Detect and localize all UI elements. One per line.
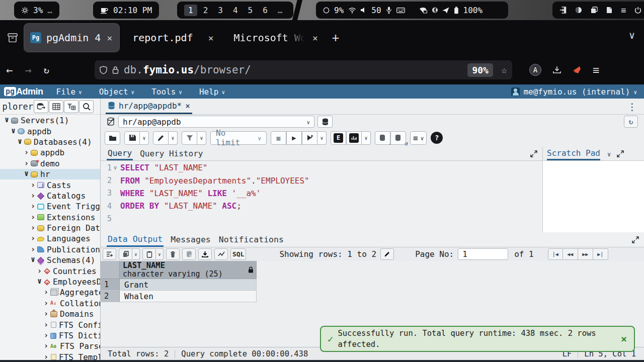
tab-scratch-pad[interactable]: Scratch Pad — [547, 147, 600, 160]
expand-icon[interactable]: › — [29, 182, 37, 189]
search-icon[interactable] — [79, 100, 94, 113]
grid-row[interactable]: 2 Whalen — [101, 291, 257, 302]
sql-editor[interactable]: 1 ∨ SELECT "LAST_NAME" 2 FROM "Employees… — [101, 161, 542, 232]
tab-query-history[interactable]: Query History — [139, 147, 204, 160]
tree-item-db-demo[interactable]: ›demo — [0, 158, 101, 169]
tree-item-domains[interactable]: ›Domains — [0, 309, 101, 319]
add-server-button[interactable] — [34, 100, 48, 113]
explain-analyze-button[interactable] — [346, 131, 362, 145]
scratch-pad-editor[interactable] — [543, 161, 644, 232]
page-number-input[interactable] — [458, 248, 508, 260]
expand-icon[interactable]: › — [42, 289, 50, 296]
menu-file[interactable]: File∨ — [56, 87, 82, 97]
pgadmin-logo[interactable]: pg Admin — [4, 86, 43, 97]
tab-data-output[interactable]: Data Output — [107, 232, 164, 247]
edit-range-button[interactable] — [380, 248, 394, 260]
collapse-icon[interactable]: ∨ — [23, 170, 30, 177]
row-number-cell[interactable]: 2 — [101, 291, 120, 302]
expand-icon[interactable]: › — [29, 235, 37, 242]
expand-icon[interactable]: › — [36, 267, 43, 275]
copy-options-caret[interactable]: ∨ — [132, 248, 140, 260]
tab-notifications[interactable]: Notifications — [218, 232, 285, 247]
row-number-cell[interactable]: 1 — [101, 279, 120, 291]
open-file-button[interactable] — [105, 131, 120, 145]
expand-panel-icon[interactable] — [617, 150, 624, 157]
back-button[interactable]: ← — [0, 64, 19, 76]
workspace-2[interactable]: 2 — [199, 5, 212, 16]
menu-tools[interactable]: Tools∨ — [151, 87, 182, 97]
new-tab-button[interactable]: + — [325, 31, 346, 45]
execute-options-button[interactable] — [302, 131, 317, 145]
expand-icon[interactable]: › — [42, 321, 50, 329]
menu-icon[interactable]: ≡ — [621, 5, 626, 15]
commit-button[interactable]: ✓ — [375, 131, 390, 145]
tree-item-databases[interactable]: ∨Databases(4) — [0, 137, 101, 147]
tree-item-schema-countries[interactable]: ›Countries — [0, 265, 101, 276]
expand-icon[interactable]: › — [42, 342, 50, 350]
expand-icon[interactable]: › — [23, 160, 30, 167]
browser-tab-report[interactable]: report.pdf × — [126, 24, 220, 52]
menu-help[interactable]: Help∨ — [199, 87, 225, 97]
edit-button[interactable] — [153, 131, 169, 145]
door-exit-icon[interactable] — [559, 7, 567, 14]
tab-messages[interactable]: Messages — [170, 232, 211, 247]
reload-button[interactable]: ↻ — [38, 64, 55, 75]
expand-icon[interactable]: › — [23, 149, 30, 156]
tree-item-db-hr[interactable]: ∨hr — [0, 169, 101, 179]
shield-icon[interactable] — [100, 66, 107, 74]
tree-item-publications[interactable]: ›Publications — [0, 244, 101, 255]
tree-item-fts-configurations[interactable]: ›FTS Configurations — [0, 319, 101, 330]
power-icon[interactable] — [634, 7, 641, 14]
new-connection-button[interactable] — [317, 116, 333, 128]
tree-item-schemas[interactable]: ∨Schemas(4) — [0, 255, 101, 265]
lock-icon[interactable] — [112, 66, 119, 74]
expand-icon[interactable]: › — [42, 300, 50, 307]
files-icon[interactable] — [591, 7, 598, 14]
cpu-widget[interactable]: 3% … — [14, 2, 59, 19]
macros-button[interactable]: ≡∨ — [410, 131, 427, 145]
menu-object[interactable]: Object∨ — [99, 87, 134, 97]
list-all-tabs-icon[interactable]: ∨ — [629, 29, 635, 41]
save-file-button[interactable] — [124, 131, 140, 145]
tree-item-catalogs[interactable]: ›Catalogs — [0, 191, 101, 201]
grid-view-button[interactable] — [49, 100, 63, 113]
tab-query[interactable]: Query — [107, 147, 133, 160]
paste-options-caret[interactable]: ∨ — [156, 248, 164, 260]
expand-icon[interactable]: › — [29, 203, 37, 210]
tree-item-server-appdb[interactable]: ∨appdb — [0, 126, 101, 136]
expand-icon[interactable]: › — [42, 332, 50, 339]
browser-menu-icon[interactable]: ≡ — [593, 64, 599, 76]
limit-select[interactable]: No limit ∨ — [210, 131, 267, 145]
browser-tab-pgadmin[interactable]: Pg pgAdmin 4 × — [24, 24, 119, 52]
expand-icon[interactable]: › — [42, 310, 50, 318]
profile-icon[interactable]: A — [529, 64, 541, 76]
tree-item-db-appdb[interactable]: ›appdb — [0, 147, 101, 158]
tab-close-icon[interactable]: × — [106, 33, 113, 43]
rollback-button[interactable]: ↺ — [390, 131, 406, 145]
execute-button[interactable]: ▶ — [286, 131, 302, 145]
refresh-connection-button[interactable]: ↻ — [624, 116, 638, 128]
notification-close-icon[interactable]: × — [621, 333, 627, 345]
collapse-icon[interactable]: ∨ — [16, 138, 24, 145]
prev-page-button[interactable]: ◀◀ — [563, 248, 578, 260]
filter-options-caret[interactable]: ∨ — [197, 131, 206, 145]
system-tray[interactable]: 9% 50 100% — [316, 2, 508, 19]
paste-button[interactable] — [142, 248, 156, 260]
collapse-icon[interactable]: ∨ — [3, 116, 11, 124]
tab-close-icon[interactable]: × — [311, 33, 319, 43]
last-page-button[interactable]: ▶| — [593, 248, 608, 260]
workspace-switcher[interactable]: 1 2 3 4 5 6 … — [177, 2, 293, 19]
tree-item-event-triggers[interactable]: ›Event Triggers — [0, 201, 101, 212]
tree-item-servers[interactable]: ∨Servers(1) — [0, 115, 101, 126]
workspace-6[interactable]: 6 — [259, 5, 272, 16]
collapse-icon[interactable]: ∨ — [10, 127, 17, 135]
column-header-last-name[interactable]: LAST_NAME character varying (25) — [120, 261, 257, 279]
expand-icon[interactable]: › — [29, 192, 37, 200]
expand-icon[interactable]: › — [29, 214, 37, 221]
tree-item-schema-employees[interactable]: ∨EmployeesDepartments — [0, 277, 101, 287]
next-page-button[interactable]: ▶▶ — [578, 248, 593, 260]
panel-buttons[interactable]: ≡ — [552, 2, 644, 19]
save-data-button[interactable] — [182, 248, 196, 260]
connection-select[interactable]: hr/app@appdb ∨ — [118, 116, 314, 128]
workspace-4[interactable]: 4 — [229, 5, 242, 16]
